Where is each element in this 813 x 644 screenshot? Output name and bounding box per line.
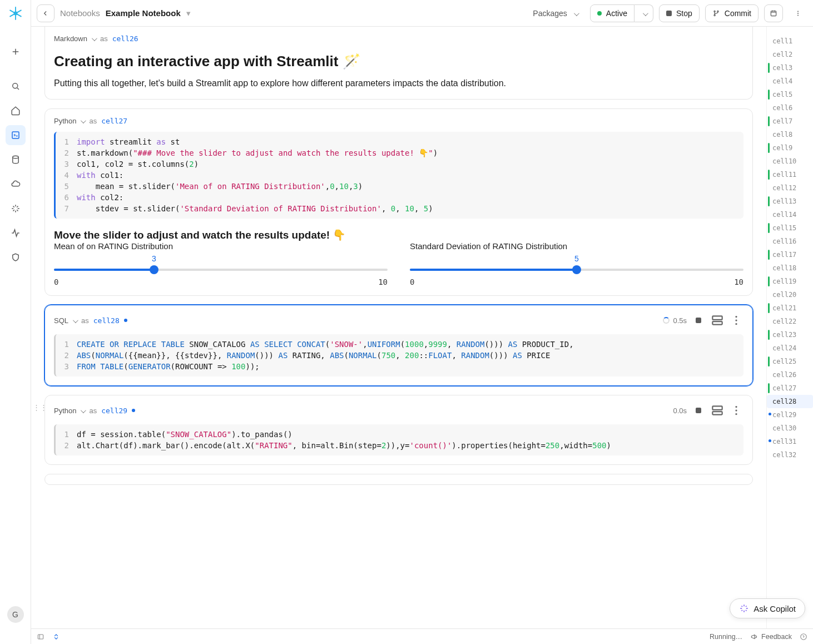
cell-markdown-26[interactable]: Markdown as cell26 Creating an interacti… (44, 27, 753, 100)
outline-item[interactable]: cell21 (767, 301, 813, 315)
outline-item[interactable]: cell23 (767, 328, 813, 341)
outline-item[interactable]: cell6 (767, 101, 813, 115)
cell-stop-button[interactable] (691, 313, 706, 328)
panel-toggle-button[interactable] (37, 633, 44, 641)
cell-lang-select[interactable]: Markdown (54, 34, 96, 43)
outline-item[interactable]: cell10 (767, 155, 813, 168)
slider-thumb[interactable] (572, 265, 581, 274)
outline-item[interactable]: cell2 (767, 48, 813, 61)
home-icon[interactable] (6, 101, 26, 121)
outline-item[interactable]: cell19 (767, 275, 813, 288)
status-dropdown-button[interactable] (634, 4, 653, 22)
search-icon[interactable] (6, 76, 26, 96)
running-status: Running… (710, 633, 742, 641)
collapse-button[interactable] (52, 633, 60, 641)
sparkle-icon[interactable] (6, 199, 26, 219)
cell-name[interactable]: cell27 (101, 117, 127, 125)
slider-track[interactable] (54, 264, 388, 275)
outline-item[interactable]: cell22 (767, 315, 813, 328)
cell-python-27[interactable]: Python as cell27 1 2 3 4 5 6 7 import st… (44, 108, 753, 296)
outline-item[interactable]: cell26 (767, 368, 813, 382)
outline-item[interactable]: cell9 (767, 141, 813, 155)
stop-button[interactable]: Stop (659, 4, 700, 22)
outline-item[interactable]: cell20 (767, 288, 813, 301)
more-menu-button[interactable] (789, 4, 807, 22)
outline-item[interactable]: cell30 (767, 422, 813, 435)
cell-name[interactable]: cell28 (93, 316, 120, 325)
outline-item[interactable]: cell13 (767, 195, 813, 208)
cell-more-button[interactable] (729, 403, 743, 418)
outline-item[interactable]: cell29 (767, 408, 813, 422)
help-button[interactable] (800, 633, 807, 641)
outline-item[interactable]: cell4 (767, 75, 813, 88)
code-lines[interactable]: import streamlit as st st.markdown("### … (77, 136, 737, 214)
outline-item[interactable]: cell8 (767, 128, 813, 141)
cloud-icon[interactable] (6, 174, 26, 194)
outline-item[interactable]: cell17 (767, 248, 813, 261)
outline-item[interactable]: cell11 (767, 168, 813, 181)
code-editor[interactable]: 1 2 3 4 5 6 7 import streamlit as st st.… (54, 132, 743, 219)
back-button[interactable] (37, 4, 54, 22)
outline-item[interactable]: cell31 (767, 435, 813, 448)
add-button[interactable] (6, 42, 26, 62)
outline-panel[interactable]: cell1cell2cell3cell4cell5cell6cell7cell8… (766, 27, 813, 628)
cell-lang-select[interactable]: Python (54, 407, 85, 415)
status-active-button[interactable]: Active (590, 4, 634, 22)
outline-item[interactable]: cell25 (767, 355, 813, 368)
slider-column: Standard Deviation of RATING Distributio… (410, 241, 743, 286)
streamlit-output: Move the slider to adjust and watch the … (54, 229, 743, 286)
cell-python-29[interactable]: ⋮⋮ Python as cell29 0.0s 1 2 (44, 395, 753, 465)
svg-rect-7 (771, 11, 776, 16)
cell-output-toggle[interactable] (710, 313, 725, 328)
packages-button[interactable]: Packages (526, 4, 584, 22)
svg-point-14 (735, 319, 737, 321)
outline-item[interactable]: cell15 (767, 221, 813, 235)
user-avatar[interactable]: G (7, 606, 24, 623)
drag-handle-icon[interactable]: ⋮⋮ (33, 403, 47, 412)
outline-item[interactable]: cell14 (767, 208, 813, 221)
outline-item[interactable]: cell32 (767, 448, 813, 462)
outline-item[interactable]: cell3 (767, 61, 813, 75)
outline-item[interactable]: cell27 (767, 382, 813, 395)
cell-stop-button[interactable] (691, 403, 706, 418)
cell-lang-select[interactable]: SQL (54, 316, 77, 325)
outline-item[interactable]: cell16 (767, 235, 813, 248)
code-lines[interactable]: CREATE OR REPLACE TABLE SNOW_CATALOG AS … (77, 339, 737, 372)
schedule-button[interactable] (764, 4, 783, 22)
shield-icon[interactable] (6, 247, 26, 267)
outline-item[interactable]: cell12 (767, 181, 813, 195)
feedback-button[interactable]: Feedback (750, 633, 792, 641)
as-label: as (89, 407, 97, 415)
database-icon[interactable] (6, 150, 26, 170)
commit-button[interactable]: Commit (705, 4, 759, 22)
slider-track[interactable] (410, 264, 743, 275)
notebook-title[interactable]: Example Notebook (106, 8, 181, 18)
activity-icon[interactable] (6, 223, 26, 243)
cell-name[interactable]: cell26 (112, 34, 138, 43)
slider-thumb[interactable] (150, 265, 158, 274)
code-editor[interactable]: 1 2 df = session.table("SNOW_CATALOG").t… (54, 424, 743, 455)
outline-item[interactable]: cell18 (767, 261, 813, 275)
notebooks-icon[interactable] (6, 125, 26, 145)
outline-item[interactable]: cell28 (767, 395, 813, 408)
notebook-scroll[interactable]: Markdown as cell26 Creating an interacti… (31, 27, 766, 628)
cell-sql-28[interactable]: SQL as cell28 0.5s 1 2 3 CREATE OR REPLA… (44, 305, 753, 386)
as-label: as (89, 117, 97, 125)
outline-item[interactable]: cell7 (767, 115, 813, 128)
code-editor[interactable]: 1 2 3 CREATE OR REPLACE TABLE SNOW_CATAL… (54, 334, 743, 377)
title-dropdown-icon[interactable]: ▾ (186, 8, 191, 18)
outline-item[interactable]: cell1 (767, 34, 813, 48)
outline-item[interactable]: cell5 (767, 88, 813, 101)
cell-more-button[interactable] (729, 313, 743, 328)
svg-point-10 (797, 14, 799, 16)
cell-name[interactable]: cell29 (101, 407, 127, 415)
cell-lang-select[interactable]: Python (54, 117, 85, 125)
git-branch-icon (712, 9, 720, 17)
ask-copilot-button[interactable]: Ask Copilot (730, 598, 805, 618)
code-lines[interactable]: df = session.table("SNOW_CATALOG").to_pa… (77, 429, 737, 451)
breadcrumb-root[interactable]: Notebooks (60, 8, 100, 18)
slider-range: 010 (54, 278, 388, 286)
outline-item[interactable]: cell24 (767, 341, 813, 355)
cell-output-toggle[interactable] (710, 403, 725, 418)
collapse-icon (52, 633, 60, 641)
